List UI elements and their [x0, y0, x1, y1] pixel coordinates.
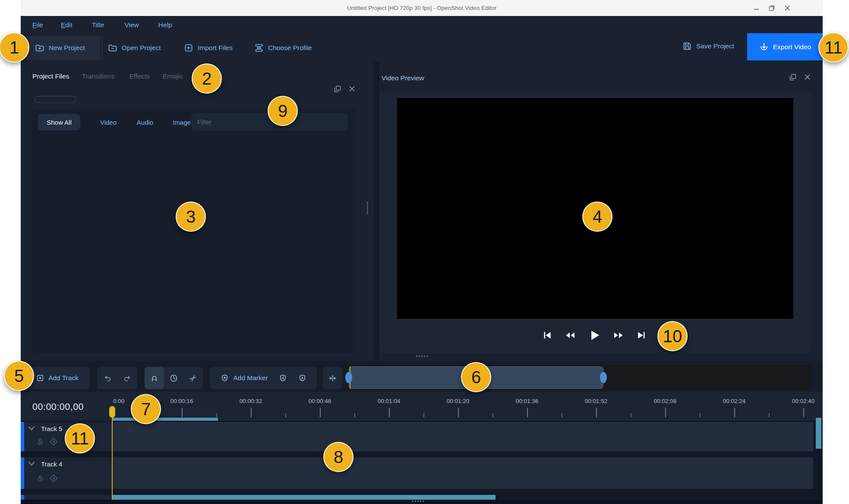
choose-profile-button[interactable]: Choose Profile — [254, 43, 312, 53]
toolbar-separator — [102, 36, 102, 60]
razor-time-button[interactable] — [164, 367, 183, 389]
ruler-label: 00:01:20 — [447, 398, 470, 404]
open-project-button[interactable]: Open Project — [107, 43, 161, 53]
ruler-label: 00:02:40 — [792, 398, 815, 404]
panel-splitter-handle[interactable] — [367, 202, 368, 214]
lock-open-icon[interactable] — [36, 438, 44, 446]
float-dock-icon[interactable] — [334, 85, 341, 93]
snapping-toggle[interactable] — [145, 367, 164, 389]
restore-icon[interactable] — [769, 5, 775, 11]
menu-title[interactable]: Title — [92, 21, 104, 29]
annotation-8: 8 — [323, 442, 353, 472]
export-video-label: Export Video — [773, 43, 811, 51]
zoom-handle-right[interactable] — [600, 372, 607, 383]
play-icon[interactable] — [588, 329, 601, 342]
open-project-label: Open Project — [122, 44, 161, 52]
dock-gap — [374, 63, 379, 360]
next-marker-button[interactable] — [293, 367, 312, 389]
chevron-down-icon[interactable] — [28, 425, 35, 432]
undo-icon[interactable] — [98, 367, 117, 389]
rewind-icon[interactable] — [565, 330, 576, 341]
menu-edit[interactable]: Edit — [61, 21, 73, 29]
add-track-icon — [36, 374, 44, 382]
close-dock-icon[interactable] — [349, 85, 355, 92]
horizontal-scrollbar[interactable] — [112, 495, 496, 500]
track-name: Track 5 — [41, 425, 62, 432]
annotation-9: 9 — [268, 96, 298, 126]
annotation-11a: 11 — [818, 32, 849, 63]
import-files-button[interactable]: Import Files — [183, 43, 233, 53]
annotation-7: 7 — [131, 394, 161, 424]
menu-view[interactable]: View — [124, 21, 139, 29]
scissors-icon: ✂ — [187, 372, 199, 384]
fade-diamond-icon[interactable] — [49, 437, 58, 446]
filter-audio-button[interactable]: Audio — [129, 114, 161, 130]
jump-end-icon[interactable] — [636, 330, 647, 341]
ruler-label: 00:01:52 — [585, 398, 608, 404]
menu-help[interactable]: Help — [158, 21, 172, 29]
ruler-label: 00:00:48 — [309, 398, 331, 404]
ruler-label: 00:00:16 — [170, 398, 193, 404]
annotation-1: 1 — [0, 32, 29, 63]
chevron-down-icon[interactable] — [28, 461, 35, 467]
add-marker-button[interactable]: Add Marker — [215, 374, 273, 383]
dock-drag-handle[interactable] — [35, 96, 76, 103]
filter-show-all-button[interactable]: Show All — [38, 114, 80, 130]
export-video-button[interactable]: Export Video — [747, 33, 823, 60]
add-marker-icon — [220, 374, 229, 383]
profile-icon — [254, 43, 264, 53]
annotation-2: 2 — [192, 63, 222, 94]
playhead-marker[interactable] — [109, 406, 115, 418]
save-project-button[interactable]: Save Project — [682, 41, 734, 51]
new-project-label: New Project — [49, 44, 85, 52]
close-icon[interactable] — [784, 5, 790, 11]
preview-resize-handle[interactable] — [416, 356, 428, 357]
playhead-line[interactable] — [112, 416, 113, 500]
shield-left-icon — [278, 374, 287, 383]
tab-emojis[interactable]: Emojis — [163, 72, 183, 80]
redo-icon[interactable] — [117, 367, 137, 389]
menubar: File Edit Title View Help — [21, 16, 823, 34]
cache-indicator — [112, 418, 218, 421]
zoom-handle-left[interactable] — [345, 372, 352, 383]
annotation-10: 10 — [657, 321, 688, 351]
timeline-resize-handle[interactable] — [412, 501, 424, 502]
window-controls — [753, 0, 790, 16]
ruler-ticks — [0, 408, 849, 418]
new-project-button[interactable]: New Project — [35, 43, 85, 53]
close-preview-icon[interactable] — [804, 74, 811, 80]
titlebar: Untitled Project [HD 720p 30 fps] - Open… — [21, 0, 823, 16]
shield-right-icon — [298, 374, 307, 383]
square-plus-icon — [183, 43, 194, 53]
add-track-button[interactable]: Add Track — [25, 367, 90, 389]
float-preview-icon[interactable] — [789, 73, 797, 81]
track-4-header[interactable]: Track 4 — [24, 457, 111, 489]
fade-diamond-icon[interactable] — [49, 474, 58, 483]
import-files-label: Import Files — [198, 44, 233, 52]
ruler-label: 00:01:04 — [378, 398, 401, 404]
track-4-content[interactable] — [111, 457, 813, 489]
add-marker-label: Add Marker — [233, 374, 268, 382]
previous-marker-button[interactable] — [273, 367, 293, 389]
jump-start-icon[interactable] — [541, 330, 552, 341]
undo-redo-group — [97, 367, 137, 389]
tab-project-files[interactable]: Project Files — [32, 72, 69, 80]
minimize-icon[interactable] — [753, 5, 759, 11]
razor-tool-button[interactable]: ✂ — [183, 367, 203, 389]
center-playhead-button[interactable] — [323, 367, 342, 389]
screenshot-canvas: Untitled Project [HD 720p 30 fps] - Open… — [0, 0, 849, 504]
track-partial-header — [24, 495, 111, 500]
track-edge-bar — [21, 457, 24, 489]
vertical-scrollbar[interactable] — [816, 418, 821, 449]
fast-forward-icon[interactable] — [613, 330, 624, 341]
save-icon — [682, 41, 692, 51]
menu-file[interactable]: File — [32, 21, 43, 29]
filter-video-button[interactable]: Video — [92, 114, 125, 130]
tab-transitions[interactable]: Transitions — [82, 72, 114, 80]
lock-open-icon[interactable] — [36, 474, 44, 482]
track-5-content[interactable] — [111, 422, 813, 451]
folder-open-icon — [107, 43, 118, 53]
magnet-icon — [150, 374, 159, 383]
annotation-5: 5 — [4, 361, 34, 391]
tab-effects[interactable]: Effects — [129, 72, 150, 80]
